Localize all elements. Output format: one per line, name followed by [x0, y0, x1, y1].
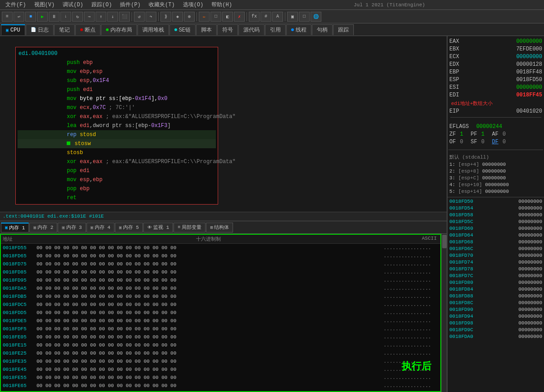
menu-favorites[interactable]: 收藏夹(T)	[145, 0, 178, 9]
stack-row[interactable]: 0018FD5400000000	[448, 205, 543, 212]
reg-edx[interactable]: EDX 00000128	[449, 61, 542, 68]
memory-row[interactable]: 0018FDE500 00 00 00 00 00 00 00 00 00 00…	[1, 317, 440, 325]
toolbar-btn-web[interactable]: 🌐	[311, 12, 321, 22]
memory-row[interactable]: 0018FE6500 00 00 00 00 00 00 00 00 00 00…	[1, 382, 440, 390]
reg-eax[interactable]: EAX 00000000	[449, 38, 542, 46]
reg-eip[interactable]: EIP 00401020	[449, 108, 542, 115]
memory-row[interactable]: 0018FE3500 00 00 00 00 00 00 00 00 00 00…	[1, 357, 440, 365]
tab-notes[interactable]: 笔记	[54, 24, 75, 35]
memory-view[interactable]: 地址 十六进制制 ASCII 0018FD5500 00 00 00 00 00…	[0, 234, 447, 392]
toolbar-btn-kill[interactable]: ⬛	[119, 12, 130, 22]
stack-row[interactable]: 0018FD7000000000	[448, 252, 543, 259]
tab-threads[interactable]: 线程	[286, 24, 311, 35]
tab-sechain[interactable]: SE链	[169, 24, 196, 35]
stack-row[interactable]: 0018FD9000000000	[448, 306, 543, 313]
tab-breakpoints[interactable]: 断点	[75, 24, 101, 35]
toolbar-btn-exec[interactable]: ⇓	[107, 12, 118, 22]
bottom-tab-mem1[interactable]: ▣ 内存 1	[1, 223, 29, 232]
stack-row[interactable]: 0018FD5800000000	[448, 212, 543, 219]
stack-row[interactable]: 0018FD8400000000	[448, 286, 543, 293]
toolbar-btn-step-into[interactable]: ↓	[60, 12, 71, 22]
toolbar-btn-edit[interactable]: ✏	[199, 12, 210, 22]
tab-trace[interactable]: 跟踪	[333, 24, 354, 35]
toolbar-btn-paste[interactable]: ◧	[222, 12, 233, 22]
toolbar-btn-pause[interactable]: ⏸	[49, 12, 59, 22]
menu-help[interactable]: 帮助(H)	[208, 0, 236, 9]
tab-handles[interactable]: 句柄	[312, 24, 333, 35]
tab-cpu[interactable]: ▣ CPU	[1, 24, 25, 35]
toolbar-btn-mem[interactable]: ▣	[287, 12, 298, 22]
disassembly-view[interactable]: edi.00401000 push ebp mov ebp,esp sub es…	[15, 47, 218, 205]
toolbar-btn-minus[interactable]: ⊗	[184, 12, 195, 22]
stack-row[interactable]: 0018FD6000000000	[448, 225, 543, 232]
memory-row[interactable]: 0018FD6500 00 00 00 00 00 00 00 00 00 00…	[1, 252, 440, 260]
stack-row[interactable]: 0018FD5000000000	[448, 198, 543, 205]
stack-row[interactable]: 0018FD9C00000000	[448, 327, 543, 333]
toolbar-btn-step-out[interactable]: ⇒	[84, 12, 95, 22]
toolbar-btn-hash[interactable]: #	[261, 12, 271, 22]
stack-row[interactable]: 0018FD6800000000	[448, 239, 543, 246]
reg-esp[interactable]: ESP 0018FD50	[449, 76, 542, 84]
reg-ebp[interactable]: EBP 0018FF48	[449, 68, 542, 76]
stack-row[interactable]: 0018FD6400000000	[448, 232, 543, 239]
reg-ecx[interactable]: ECX 00000000	[449, 53, 542, 61]
reg-ebx[interactable]: EBX 7EFDE000	[449, 46, 542, 53]
disasm-line-4[interactable]: push edi	[18, 85, 216, 94]
disasm-line-7[interactable]: xor eax,eax ; eax:&"ALLUSERSPROFILE=C:\\…	[18, 112, 216, 121]
menu-plugins[interactable]: 插件(P)	[116, 0, 144, 9]
disasm-line-1[interactable]: push ebp	[18, 58, 216, 67]
toolbar-btn-skip[interactable]: ↷	[146, 12, 156, 22]
disasm-line-2[interactable]: mov ebp,esp	[18, 67, 216, 76]
toolbar-btn-restart[interactable]: ↺	[134, 12, 145, 22]
memory-row[interactable]: 0018FE2500 00 00 00 00 00 00 00 00 00 00…	[1, 349, 440, 357]
disasm-line-mov-esp[interactable]: mov esp,ebp	[18, 175, 216, 184]
disasm-line-rep[interactable]: rep stosd	[18, 130, 216, 139]
memory-row[interactable]: 0018FD8500 00 00 00 00 00 00 00 00 00 00…	[1, 268, 440, 276]
disasm-line-3[interactable]: sub esp,0x1F4	[18, 76, 216, 85]
tab-refs[interactable]: 引用	[265, 24, 286, 35]
reg-edi[interactable]: EDI 0018FF45	[449, 91, 542, 99]
tab-symbols[interactable]: 符号	[217, 24, 238, 35]
bottom-tab-locals[interactable]: ≡ 局部变量	[174, 223, 206, 232]
memory-scrollbar[interactable]	[441, 234, 447, 392]
stack-row[interactable]: 0018FD6C00000000	[448, 246, 543, 252]
bottom-tab-watch1[interactable]: 👁 监视 1	[143, 223, 173, 232]
stack-row[interactable]: 0018FD8800000000	[448, 293, 543, 300]
reg-esi[interactable]: ESI 00000000	[449, 84, 542, 91]
tab-source[interactable]: 源代码	[238, 24, 265, 35]
bottom-tab-mem2[interactable]: ▣ 内存 2	[29, 223, 57, 232]
stack-row[interactable]: 0018FD7800000000	[448, 266, 543, 273]
tab-memory-layout[interactable]: 内存布局	[101, 24, 137, 35]
tab-log[interactable]: 📄 日志	[26, 24, 54, 35]
stack-row[interactable]: 0018FD9800000000	[448, 320, 543, 327]
toolbar-btn-runto[interactable]: ⇑	[96, 12, 106, 22]
memory-row[interactable]: 0018FE4500 00 00 00 00 00 00 00 00 00 00…	[1, 365, 440, 374]
bottom-tab-struct[interactable]: ⊞ 结构体	[206, 223, 233, 232]
toolbar-btn-run[interactable]: ▶	[37, 12, 48, 22]
disasm-line-stosb[interactable]: stosb	[18, 148, 216, 157]
memory-row[interactable]: 0018FD7500 00 00 00 00 00 00 00 00 00 00…	[1, 260, 440, 268]
toolbar-btn-copy[interactable]: □	[210, 12, 221, 22]
bottom-tab-mem3[interactable]: ▣ 内存 3	[58, 223, 86, 232]
toolbar-btn-ascii[interactable]: A	[272, 12, 283, 22]
memory-row[interactable]: 0018FE0500 00 00 00 00 00 00 00 00 00 00…	[1, 333, 440, 341]
disasm-line-6[interactable]: mov ecx,0x7C ; 7C:'|'	[18, 103, 216, 112]
toolbar-btn-find[interactable]: ⟫	[160, 12, 171, 22]
toolbar-btn-stop[interactable]: ■	[25, 12, 36, 22]
memory-row[interactable]: 0018FDD500 00 00 00 00 00 00 00 00 00 00…	[1, 309, 440, 317]
memory-row[interactable]: 0018FE5500 00 00 00 00 00 00 00 00 00 00…	[1, 374, 440, 382]
df-flag[interactable]: DF	[492, 139, 498, 145]
toolbar-btn-expr[interactable]: fx	[249, 12, 260, 22]
memory-row[interactable]: 0018FDA500 00 00 00 00 00 00 00 00 00 00…	[1, 284, 440, 292]
toolbar-btn-ref[interactable]: □	[299, 12, 310, 22]
memory-rows[interactable]: 0018FD5500 00 00 00 00 00 00 00 00 00 00…	[1, 244, 440, 390]
stack-row[interactable]: 0018FDA000000000	[448, 333, 543, 340]
bottom-tab-mem4[interactable]: ▣ 内存 4	[87, 223, 114, 232]
memory-row[interactable]: 0018FDB500 00 00 00 00 00 00 00 00 00 00…	[1, 292, 440, 301]
disasm-line-8[interactable]: lea edi,dword ptr ss:[ebp-0x1F3]	[18, 121, 216, 130]
disasm-line-xor2[interactable]: xor eax,eax ; eax:&"ALLUSERSPROFILE=C:\\…	[18, 157, 216, 166]
memory-row[interactable]: 0018FD9500 00 00 00 00 00 00 00 00 00 00…	[1, 276, 440, 284]
disasm-line-pop-edi[interactable]: pop edi	[18, 166, 216, 175]
toolbar-btn-close[interactable]: ✗	[234, 12, 245, 22]
toolbar-btn-menu[interactable]: ≡	[2, 12, 13, 22]
